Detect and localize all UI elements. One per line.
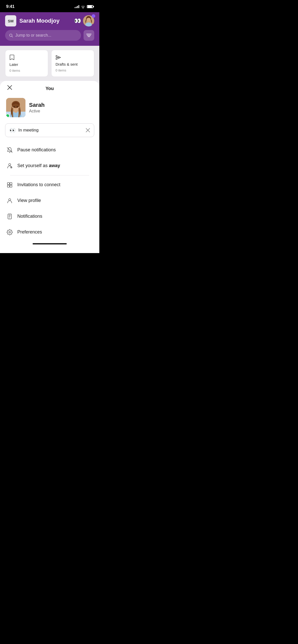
svg-rect-26 <box>10 183 12 185</box>
drafts-title: Drafts & sent <box>56 62 90 66</box>
preferences-label: Preferences <box>17 229 42 235</box>
bell-off-icon <box>6 147 13 154</box>
later-title: Later <box>9 62 44 67</box>
svg-marker-9 <box>56 55 61 60</box>
home-indicator <box>33 243 67 244</box>
sheet-header: You <box>0 81 99 94</box>
svg-point-35 <box>9 231 10 233</box>
view-profile-label: View profile <box>17 198 41 203</box>
svg-point-18 <box>14 106 15 107</box>
phone-notifications-icon <box>6 213 13 220</box>
profile-status-label: Active <box>29 109 45 113</box>
profile-section: Sarah Active <box>0 94 99 122</box>
bottom-sheet: You <box>0 81 99 253</box>
drafts-sub: 0 items <box>56 68 90 72</box>
profile-avatar <box>6 98 25 117</box>
search-bar[interactable]: Jump to or search... <box>5 30 81 41</box>
person-icon <box>6 197 13 204</box>
set-away-label: Set yourself as away <box>17 163 60 168</box>
header-right: 👀 <box>74 15 94 26</box>
menu-item-notifications[interactable]: Notifications <box>5 209 94 224</box>
header-emoji: 👀 <box>74 18 81 24</box>
status-input-row[interactable]: 👀 In meeting <box>5 123 94 137</box>
divider-1 <box>10 175 89 175</box>
svg-rect-27 <box>7 185 9 187</box>
drafts-icon <box>56 54 90 60</box>
search-placeholder: Jump to or search... <box>15 33 51 38</box>
profile-info: Sarah Active <box>29 102 45 113</box>
notifications-label: Notifications <box>17 214 42 219</box>
menu-item-pause-notifications[interactable]: Pause notifications <box>5 142 94 158</box>
battery-icon <box>87 5 93 8</box>
building-icon <box>6 181 13 188</box>
search-bar-row: Jump to or search... <box>5 30 94 41</box>
avatar-initials: SM <box>5 15 16 26</box>
sheet-title: You <box>46 86 54 91</box>
header-name: Sarah Moodjoy <box>19 18 60 24</box>
status-emoji: 👀 <box>9 127 16 133</box>
menu-item-set-away[interactable]: Set yourself as away <box>5 158 94 174</box>
later-card[interactable]: Later 0 items <box>5 50 48 77</box>
search-icon <box>9 33 13 38</box>
invitations-label: Invitations to connect <box>17 182 60 187</box>
svg-point-23 <box>9 164 11 166</box>
svg-rect-28 <box>10 185 12 187</box>
svg-point-34 <box>9 218 10 218</box>
menu-item-view-profile[interactable]: View profile <box>5 193 94 209</box>
close-button[interactable] <box>5 83 14 92</box>
user-info: SM Sarah Moodjoy <box>5 15 60 26</box>
status-input-text: In meeting <box>18 128 38 133</box>
filter-button[interactable] <box>84 30 94 41</box>
person-away-icon <box>6 162 13 169</box>
menu-section: Pause notifications Set yourself as away <box>0 142 99 240</box>
wifi-icon <box>81 5 85 9</box>
status-clear-button[interactable] <box>86 127 90 133</box>
svg-point-29 <box>9 199 11 201</box>
close-icon <box>7 84 12 90</box>
status-bar: 9:41 <box>0 0 99 12</box>
menu-item-preferences[interactable]: Preferences <box>5 224 94 240</box>
gear-icon <box>6 229 13 236</box>
menu-item-invitations[interactable]: Invitations to connect <box>5 177 94 193</box>
pause-notifications-label: Pause notifications <box>17 147 56 153</box>
svg-rect-25 <box>7 183 9 185</box>
signal-icon <box>75 5 79 8</box>
svg-line-5 <box>12 36 13 37</box>
later-sub: 0 items <box>9 69 44 72</box>
status-time: 9:41 <box>6 4 15 9</box>
svg-point-2 <box>87 18 91 22</box>
online-dot-profile <box>6 114 10 117</box>
quick-actions: Later 0 items Drafts & sent 0 items <box>0 46 99 81</box>
svg-point-19 <box>17 106 18 107</box>
profile-name: Sarah <box>29 102 45 108</box>
bookmark-icon <box>9 54 44 60</box>
status-icons <box>75 5 93 9</box>
app-header: SM Sarah Moodjoy 👀 <box>0 12 99 46</box>
drafts-card[interactable]: Drafts & sent 0 items <box>51 50 94 77</box>
online-dot-header <box>92 24 94 26</box>
status-input-left: 👀 In meeting <box>9 127 38 133</box>
notification-dot <box>92 14 95 18</box>
header-top: SM Sarah Moodjoy 👀 <box>5 15 94 26</box>
